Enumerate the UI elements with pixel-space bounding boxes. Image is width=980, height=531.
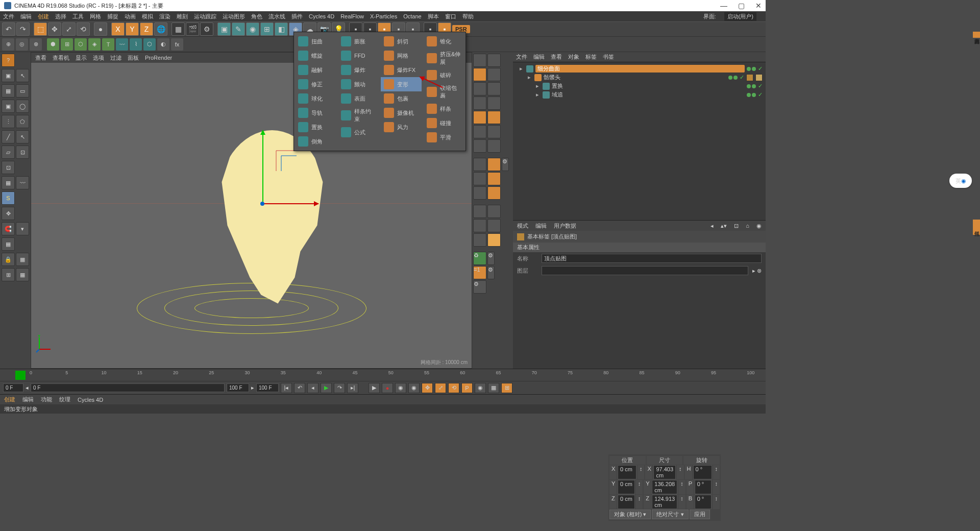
step-back[interactable]: ↶: [294, 383, 305, 393]
rp-tab[interactable]: 标签: [585, 53, 597, 61]
rc-12b[interactable]: [487, 219, 501, 232]
start-frame[interactable]: [3, 383, 23, 392]
deformer-螺旋[interactable]: 螺旋: [295, 49, 336, 63]
layer-menu-icon[interactable]: ▸ ⊗: [752, 268, 762, 274]
goto-end[interactable]: ▸|: [347, 383, 358, 393]
move-tool[interactable]: ✥: [48, 22, 61, 36]
undo-button[interactable]: ↶: [2, 22, 15, 36]
poly-select[interactable]: ⬠: [16, 115, 29, 128]
rc-16a[interactable]: ⚙: [473, 280, 486, 294]
deformer-变形[interactable]: 变形: [381, 77, 422, 91]
menu-6[interactable]: 捕捉: [107, 13, 118, 20]
rotate-gizmo[interactable]: [274, 148, 299, 174]
rc-7a[interactable]: [473, 139, 486, 153]
mat-tab[interactable]: Cycles 4D: [78, 397, 103, 403]
rp-tab[interactable]: 对象: [568, 53, 579, 61]
quantize[interactable]: ⊞: [2, 268, 15, 281]
rc-1b[interactable]: [487, 54, 501, 67]
deformer-导轨[interactable]: 导轨: [295, 106, 336, 120]
deformer-颤动[interactable]: 颤动: [338, 77, 379, 91]
menu-9[interactable]: 渲染: [159, 13, 170, 20]
deformer-表面[interactable]: 表面: [338, 91, 379, 106]
primitive-cube[interactable]: ▣: [217, 22, 231, 36]
mat-tab[interactable]: 功能: [41, 396, 52, 403]
coord-system[interactable]: 🌐: [154, 22, 167, 36]
deformer-FFD[interactable]: FFD: [338, 49, 379, 63]
deformer-收缩包裹[interactable]: 收缩包裹: [424, 82, 464, 102]
deformer-样条[interactable]: 样条: [424, 102, 464, 116]
uv-poly[interactable]: ▦: [2, 176, 15, 189]
grid-b[interactable]: ▦: [16, 268, 29, 281]
rc-15b[interactable]: ⚙: [487, 266, 495, 279]
rc-10b[interactable]: [487, 186, 501, 200]
attr-tab[interactable]: 编辑: [535, 222, 547, 230]
lasso-select[interactable]: ◯: [16, 100, 29, 113]
end-frame-1[interactable]: [227, 383, 249, 392]
rc-5a[interactable]: [473, 111, 486, 124]
menu-0[interactable]: 文件: [3, 13, 14, 20]
render-view[interactable]: ▦: [172, 22, 185, 36]
moinstance[interactable]: ◈: [88, 38, 101, 51]
menu-12[interactable]: 运动图形: [223, 13, 245, 20]
rc-6a[interactable]: [473, 125, 486, 138]
path-select[interactable]: 〰: [16, 176, 29, 189]
menu-17[interactable]: RealFlow: [340, 13, 364, 19]
vp-menu-item[interactable]: 查看机: [53, 54, 69, 62]
rc-5b[interactable]: [487, 111, 501, 124]
axis-z-toggle[interactable]: Z: [140, 22, 153, 36]
object-row[interactable]: ▸域追✓: [516, 90, 763, 99]
rc-15a[interactable]: =1: [473, 266, 486, 279]
menu-2[interactable]: 创建: [38, 13, 49, 20]
key-scale[interactable]: ⤢: [435, 383, 446, 393]
rc-7b[interactable]: [487, 139, 501, 153]
matrix[interactable]: ⊞: [61, 38, 73, 51]
grid-a[interactable]: ▦: [16, 253, 29, 266]
key-pla[interactable]: ◉: [475, 383, 486, 393]
deformer-包裹[interactable]: 包裹: [381, 91, 422, 106]
menu-5[interactable]: 网格: [90, 13, 101, 20]
generator-sds[interactable]: ◉: [246, 22, 259, 36]
model-mode[interactable]: ▣: [2, 69, 15, 82]
attr-tab[interactable]: 用户数据: [554, 222, 576, 230]
mat-tab[interactable]: 纹理: [59, 396, 70, 403]
cursor-icon[interactable]: ↖: [16, 69, 29, 82]
menu-19[interactable]: Octane: [403, 13, 421, 19]
rc-9a[interactable]: [473, 172, 486, 185]
effector-b[interactable]: fx: [171, 38, 183, 51]
rc-8a[interactable]: [473, 158, 486, 171]
menu-10[interactable]: 雕刻: [177, 13, 188, 20]
workplane[interactable]: ▦: [2, 237, 15, 251]
rc-2a[interactable]: [473, 68, 486, 81]
timeline-ruler[interactable]: 0510152025303540455055606570758085909510…: [30, 370, 762, 380]
deformer-摄像机[interactable]: 摄像机: [381, 106, 422, 120]
texture-mode[interactable]: ▦: [2, 84, 15, 98]
deformer-斜切[interactable]: 斜切: [381, 34, 422, 49]
axis-y-toggle[interactable]: Y: [126, 22, 139, 36]
skull-object[interactable]: [216, 130, 328, 304]
deformer-网格[interactable]: 网格: [381, 49, 422, 63]
rc-3b[interactable]: [487, 82, 501, 95]
deformer-样条约束[interactable]: 样条约束: [338, 106, 379, 125]
menu-18[interactable]: X-Particles: [370, 13, 397, 19]
rc-11b[interactable]: [487, 205, 501, 218]
axis-z-gizmo[interactable]: [260, 202, 264, 206]
menu-14[interactable]: 流水线: [268, 13, 285, 20]
step-fwd[interactable]: ↷: [334, 383, 345, 393]
render-pv[interactable]: 🎬: [186, 22, 199, 36]
deformer-锥化[interactable]: 锥化: [424, 34, 464, 49]
deformer-扭曲[interactable]: 扭曲: [295, 34, 336, 49]
keyframe[interactable]: ◉: [395, 383, 406, 393]
mograph-a[interactable]: ⊕: [2, 38, 14, 51]
deformer-修正[interactable]: 修正: [295, 77, 336, 91]
menu-16[interactable]: Cycles 4D: [309, 13, 334, 19]
help-icon[interactable]: ?: [2, 54, 15, 67]
deformer-融解[interactable]: 融解: [295, 63, 336, 77]
rc-14b[interactable]: ⚙: [487, 252, 495, 265]
axis-x-toggle[interactable]: X: [111, 22, 125, 36]
primitive-pen[interactable]: ✎: [232, 22, 245, 36]
deformer-公式[interactable]: 公式: [338, 125, 379, 139]
deformer-破碎[interactable]: 破碎: [424, 68, 464, 82]
edge-mode[interactable]: ╱: [2, 130, 15, 143]
rp-tab[interactable]: 查看: [551, 53, 562, 61]
key-anim[interactable]: ▦: [488, 383, 499, 393]
